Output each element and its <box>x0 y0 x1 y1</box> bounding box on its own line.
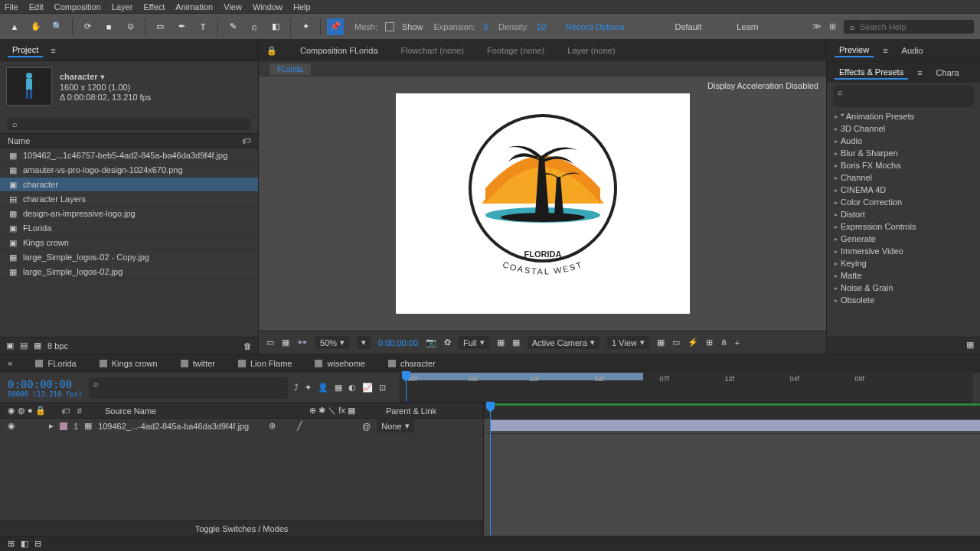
draft3d-icon[interactable]: ✦ <box>305 383 312 393</box>
magnify-icon[interactable]: ▭ <box>266 337 274 347</box>
effects-category[interactable]: ▸Channel <box>827 171 980 184</box>
resolution-dropdown[interactable]: ▾ <box>357 336 371 349</box>
timeline-tracks[interactable] <box>484 403 980 536</box>
effects-category[interactable]: ▸Matte <box>827 269 980 282</box>
timeline-tab[interactable]: FLorida <box>35 359 76 368</box>
toggle-switches-button[interactable]: Toggle Switches / Modes <box>195 524 289 533</box>
file-row[interactable]: ▦large_Simple_logos-02.jpg <box>0 265 258 279</box>
tag-column-icon[interactable]: 🏷 <box>242 136 250 145</box>
menu-composition[interactable]: Composition <box>54 2 101 11</box>
effects-category[interactable]: ▸Expression Controls <box>827 220 980 233</box>
camera-tool-icon[interactable]: ■ <box>100 18 117 35</box>
menu-window[interactable]: Window <box>253 2 283 11</box>
comp-mini-flow-icon[interactable]: ⤴ <box>294 383 299 393</box>
clone-tool-icon[interactable]: ⎌ <box>246 18 263 35</box>
panel-menu-icon[interactable]: ≡ <box>917 68 922 77</box>
effects-category[interactable]: ▸Boris FX Mocha <box>827 159 980 171</box>
preview-tab[interactable]: Preview <box>835 44 874 57</box>
new-comp-icon[interactable]: ▦ <box>34 341 41 350</box>
view-opts-icon[interactable]: ▦ <box>657 337 665 347</box>
transparency-icon[interactable]: ▦ <box>497 337 505 347</box>
tab-flowchart[interactable]: Flowchart (none) <box>401 46 465 55</box>
menu-effect[interactable]: Effect <box>143 2 165 11</box>
effects-category[interactable]: ▸Blur & Sharpen <box>827 147 980 159</box>
fx-slash[interactable]: ╱ <box>297 421 302 431</box>
playhead-line[interactable] <box>490 403 491 536</box>
comp-thumbnail[interactable] <box>6 67 52 106</box>
workspace-icon[interactable]: ⊞ <box>829 21 836 31</box>
menu-edit[interactable]: Edit <box>29 2 44 11</box>
brush-tool-icon[interactable]: ✎ <box>224 18 241 35</box>
character-tab[interactable]: Chara <box>932 67 964 79</box>
fast-previews-icon[interactable]: ⚡ <box>688 337 698 347</box>
file-row[interactable]: ▣Kings crown <box>0 236 258 250</box>
close-icon[interactable]: × <box>8 359 12 368</box>
effects-category[interactable]: ▸Obsolete <box>827 294 980 306</box>
trash-icon[interactable]: 🗑 <box>243 341 252 350</box>
reset-exposure-icon[interactable]: + <box>735 338 740 347</box>
zoom-dropdown[interactable]: 50%▾ <box>315 336 349 349</box>
project-search[interactable]: ⌕ <box>8 118 250 130</box>
video-toggle-icon[interactable]: ◉ <box>8 421 15 431</box>
search-help-input[interactable] <box>860 22 968 31</box>
timeline-tab[interactable]: Lion Flame <box>238 359 292 368</box>
overflow-icon[interactable]: ≫ <box>812 21 822 31</box>
record-options-link[interactable]: Record Options <box>566 22 624 31</box>
flowchart-icon[interactable]: ⋔ <box>720 337 727 347</box>
camera-dropdown[interactable]: Active Camera▾ <box>528 336 599 349</box>
file-row[interactable]: ▦amauter-vs-pro-logo-design-1024x670.png <box>0 163 258 178</box>
file-row[interactable]: ▣FLorida <box>0 221 258 236</box>
eraser-tool-icon[interactable]: ◧ <box>267 18 284 35</box>
timeline-tab[interactable]: twitter <box>181 359 215 368</box>
orbit-tool-icon[interactable]: ⟳ <box>79 18 96 35</box>
timeline-tab[interactable]: Kings crown <box>100 359 158 368</box>
selection-tool-icon[interactable]: ▲ <box>6 18 23 35</box>
mesh-show-checkbox[interactable] <box>385 22 394 31</box>
effects-category[interactable]: ▸Noise & Grain <box>827 282 980 294</box>
snap-icon[interactable]: ⊡ <box>379 383 386 393</box>
layer-color-label[interactable] <box>60 422 67 430</box>
layer-track[interactable] <box>484 419 980 434</box>
frame-blend-icon[interactable]: ▦ <box>335 383 342 393</box>
effects-category[interactable]: ▸Distort <box>827 208 980 220</box>
snapshot-icon[interactable]: 📷 <box>426 337 436 347</box>
comp-breadcrumb[interactable]: FLorida <box>270 64 311 75</box>
motion-blur-icon[interactable]: ◐ <box>348 383 356 393</box>
work-area-bar[interactable] <box>406 373 643 380</box>
graph-editor-icon[interactable]: 📈 <box>362 383 373 393</box>
timeline-tab[interactable]: wisehome <box>315 359 365 368</box>
composition-viewer[interactable]: Display Acceleration Disabled FLORIDA CO… <box>259 77 826 331</box>
file-row[interactable]: ▦large_Simple_logos-02 - Copy.jpg <box>0 250 258 265</box>
full-dropdown[interactable]: Full▾ <box>459 336 489 349</box>
tab-footage[interactable]: Footage (none) <box>487 46 544 55</box>
effects-category[interactable]: ▸Generate <box>827 233 980 245</box>
roto-tool-icon[interactable]: ✦ <box>297 18 314 35</box>
density-value[interactable]: 10 <box>537 22 546 31</box>
layer-row[interactable]: ◉ ▸ 1 ▦ 109462_...-4ad2-845a-ba46da3d9f4… <box>0 419 483 434</box>
shy-icon[interactable]: 👤 <box>318 383 328 393</box>
parent-dropdown[interactable]: None▾ <box>377 419 413 432</box>
tab-composition[interactable]: Composition FLorida <box>300 46 378 55</box>
file-row[interactable]: ▤character Layers <box>0 192 258 207</box>
effects-category[interactable]: ▸Audio <box>827 135 980 147</box>
twirl-icon[interactable]: ▸ <box>49 421 54 431</box>
puppet-tool-icon[interactable]: 📌 <box>327 18 344 35</box>
effects-category[interactable]: ▸CINEMA 4D <box>827 184 980 196</box>
dropdown-icon[interactable]: ▾ <box>100 72 105 81</box>
channels-icon[interactable]: ✿ <box>444 337 451 347</box>
footer-icon[interactable]: ⊟ <box>34 539 41 549</box>
menu-help[interactable]: Help <box>293 2 311 11</box>
panel-menu-icon[interactable]: ≡ <box>51 46 55 55</box>
file-row[interactable]: ▦109462_...1c46757-beb5-4ad2-845a-ba46da… <box>0 148 258 163</box>
normal-mode[interactable]: ⊕ <box>269 421 276 431</box>
bpc-label[interactable]: 8 bpc <box>47 341 68 350</box>
effects-category[interactable]: ▸Keying <box>827 257 980 269</box>
view-dropdown[interactable]: 1 View▾ <box>607 336 649 349</box>
pan-behind-tool-icon[interactable]: ⊙ <box>122 18 139 35</box>
lock-icon[interactable]: 🔒 <box>266 46 277 56</box>
effects-presets-tab[interactable]: Effects & Presets <box>835 66 908 80</box>
effects-category[interactable]: ▸3D Channel <box>827 122 980 135</box>
new-folder-icon[interactable]: ▤ <box>20 341 28 350</box>
timeline-tab[interactable]: character <box>388 359 436 368</box>
timeline-search[interactable]: ⌕ <box>89 377 288 399</box>
